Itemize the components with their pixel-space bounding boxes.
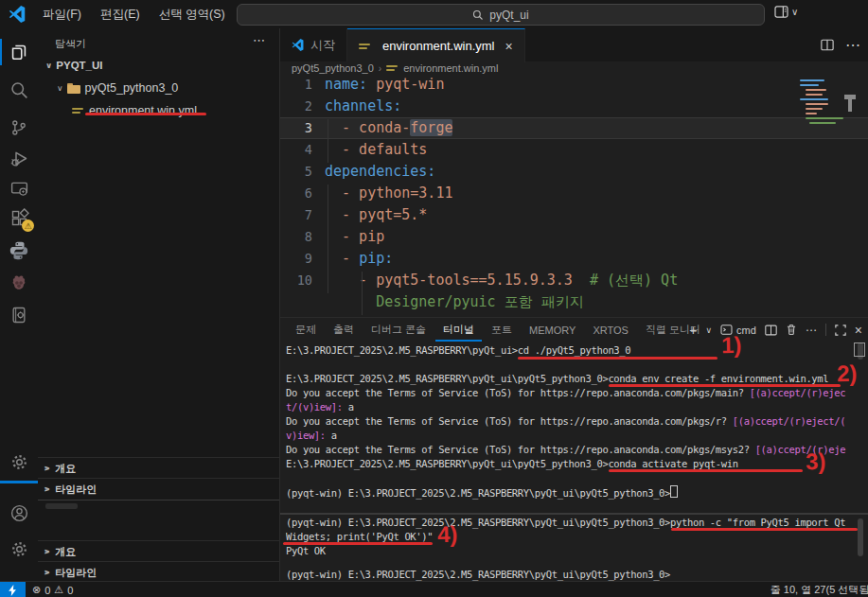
manage-settings-button[interactable] xyxy=(0,446,38,478)
chevron-right-icon: ∨ xyxy=(43,548,51,554)
terminal-line: PyQt OK xyxy=(286,544,863,558)
tab-label: 시작 xyxy=(310,37,335,54)
tab-environment-win-yml[interactable]: environment.win.yml × xyxy=(347,28,525,62)
terminal-line: E:\3.PROJECT_2025\2.M5_RASPBERRY\pyQt_ui… xyxy=(286,343,865,358)
outline-section[interactable]: ∨ 개요 xyxy=(38,457,279,479)
panel-tab-MEMORY[interactable]: MEMORY xyxy=(522,318,583,342)
sidebar-item-source-control[interactable] xyxy=(0,112,38,144)
chevron-right-icon: ∨ xyxy=(43,569,51,575)
more-actions-icon[interactable]: ⋯ xyxy=(845,36,860,54)
title-bar: 파일(F)편집(E)선택 영역(S)보기(V)⋯ ← → pyQt_ui ∨ xyxy=(0,0,868,29)
terminal-output-bottom[interactable]: (pyqt-win) E:\3.PROJECT_2025\2.M5_RASPBE… xyxy=(286,513,863,579)
menu-item[interactable]: 편집(E) xyxy=(93,4,148,26)
raspberry-pi-icon xyxy=(9,273,28,292)
account-icon xyxy=(9,503,29,523)
sidebar-item-extensions[interactable]: ⚠ xyxy=(0,202,38,234)
vscode-logo-icon xyxy=(292,39,304,51)
chevron-right-icon: › xyxy=(379,63,381,74)
menu-item[interactable]: 파일(F) xyxy=(35,4,89,26)
sidebar-item-notebook[interactable] xyxy=(0,299,38,331)
problems-status[interactable]: ⊗ 0 ⚠ 0 xyxy=(32,582,73,597)
terminal-line: Do you accept the Terms of Service (ToS)… xyxy=(286,386,865,400)
sidebar-item-explorer[interactable] xyxy=(0,36,38,68)
maximize-panel-icon[interactable] xyxy=(835,325,846,336)
close-panel-icon[interactable]: × xyxy=(855,323,862,338)
panel-tab-디버그 콘솔[interactable]: 디버그 콘솔 xyxy=(363,318,434,342)
manage-settings-button-2[interactable] xyxy=(0,533,38,565)
accounts-button[interactable] xyxy=(0,497,38,529)
terminal-line: Do you accept the Terms of Service (ToS)… xyxy=(286,443,865,457)
errors-count: 0 xyxy=(44,585,50,596)
editor-scrollbar-marker-stem[interactable] xyxy=(848,95,852,112)
chevron-down-icon: ∨ xyxy=(791,7,798,17)
red-number-3: 3) xyxy=(806,450,826,473)
code-line: 9 - pip: xyxy=(280,248,868,270)
line-number: 5 xyxy=(280,161,325,183)
debug-icon xyxy=(9,149,29,168)
command-center-search[interactable]: pyQt_ui xyxy=(237,4,765,26)
timeline-section[interactable]: ∨ 타임라인 xyxy=(38,478,279,500)
tree-file[interactable]: environment.win.yml xyxy=(38,100,279,121)
sidebar-item-raspberry-pi[interactable] xyxy=(0,267,38,299)
split-editor-icon[interactable] xyxy=(821,39,834,51)
code-line: Designer/pyuic 포함 패키지 xyxy=(280,291,868,313)
more-actions-icon[interactable]: ⋯ xyxy=(806,324,817,337)
gear-icon xyxy=(9,452,29,472)
breadcrumb-file[interactable]: environment.win.yml xyxy=(403,62,498,74)
status-bar: ⊗ 0 ⚠ 0 줄 10, 열 27(5 선택됨) xyxy=(0,581,868,597)
errors-icon: ⊗ xyxy=(32,584,41,596)
code-line: 7 - pyqt=5.* xyxy=(280,204,868,226)
terminal-cursor xyxy=(670,485,678,498)
sidebar-item-python[interactable] xyxy=(0,235,38,267)
red-underline-2 xyxy=(609,384,841,387)
red-underline-3 xyxy=(609,469,803,472)
customize-layout-button[interactable]: ∨ xyxy=(774,6,798,18)
sidebar-item-search[interactable] xyxy=(0,74,38,106)
code-line: 8 - pip xyxy=(280,226,868,248)
terminal-scrollbar-bottom[interactable] xyxy=(858,518,863,556)
terminal-line xyxy=(286,471,865,485)
sidebar-item-run-debug[interactable] xyxy=(0,142,38,174)
new-terminal-icon[interactable]: + xyxy=(689,323,697,338)
panel-tab-문제[interactable]: 문제 xyxy=(288,318,324,342)
minimap[interactable] xyxy=(800,78,843,153)
vscode-logo-icon xyxy=(9,6,26,23)
code-line: 4 - defaults xyxy=(280,139,868,161)
panel-tab-포트[interactable]: 포트 xyxy=(484,318,520,342)
line-number: 7 xyxy=(280,204,325,226)
tab-welcome[interactable]: 시작 xyxy=(280,28,347,61)
outline-label: 개요 xyxy=(55,545,76,559)
sidebar-more-actions[interactable]: ⋯ xyxy=(253,33,266,47)
chevron-down-icon[interactable]: ∨ xyxy=(705,325,712,335)
cursor-position-status[interactable]: 줄 10, 열 27(5 선택됨) xyxy=(771,582,868,597)
chevron-down-icon: ∨ xyxy=(57,84,63,93)
gear-icon xyxy=(9,539,29,559)
panel-tab-출력[interactable]: 출력 xyxy=(326,318,362,342)
terminal-line xyxy=(286,358,865,372)
python-icon xyxy=(9,240,29,261)
remote-indicator[interactable] xyxy=(0,582,26,597)
line-number xyxy=(280,291,325,313)
terminal-output[interactable]: E:\3.PROJECT_2025\2.M5_RASPBERRY\pyQt_ui… xyxy=(286,343,865,500)
line-number: 9 xyxy=(280,248,325,270)
red-underline-4a xyxy=(671,528,858,531)
breadcrumb[interactable]: pyQt5_python3_0 › environment.win.yml xyxy=(280,61,868,75)
git-branch-icon xyxy=(9,118,28,137)
remote-lightning-icon xyxy=(9,585,17,596)
trash-icon[interactable] xyxy=(786,324,797,336)
menu-item[interactable]: 선택 영역(S) xyxy=(151,4,233,26)
close-icon[interactable]: × xyxy=(505,39,513,54)
folder-label: pyQt5_python3_0 xyxy=(85,81,179,95)
split-terminal-icon[interactable] xyxy=(765,325,777,336)
panel-tab-터미널[interactable]: 터미널 xyxy=(435,318,482,342)
breadcrumb-folder[interactable]: pyQt5_python3_0 xyxy=(292,62,374,74)
chevron-right-icon: ∨ xyxy=(43,485,51,492)
outline-section-2[interactable]: ∨ 개요 xyxy=(38,540,279,562)
line-number: 10 xyxy=(280,270,325,291)
tree-root[interactable]: ∨ PYQT_UI xyxy=(38,55,279,76)
panel-tab-XRTOS[interactable]: XRTOS xyxy=(585,318,636,342)
files-icon xyxy=(9,42,29,62)
tree-folder[interactable]: ∨ pyQt5_python3_0 xyxy=(38,78,279,98)
code-editor[interactable]: 1name: pyqt-win2channels:3 - conda-forge… xyxy=(280,74,868,317)
sidebar-item-remote-explorer[interactable] xyxy=(0,172,38,204)
